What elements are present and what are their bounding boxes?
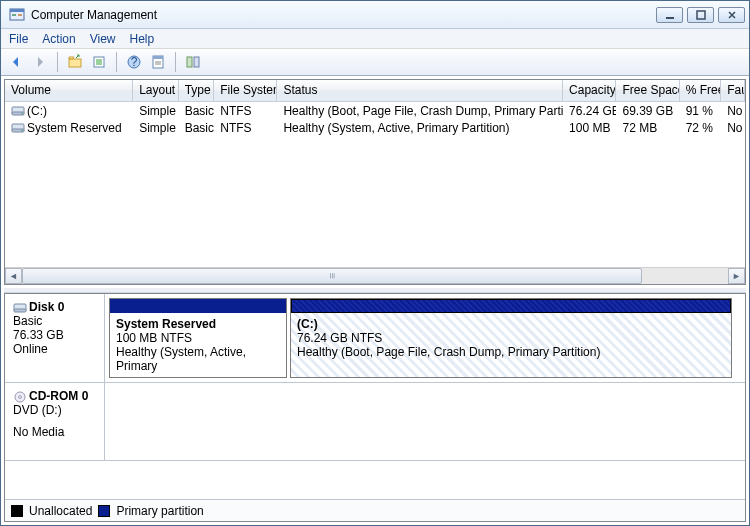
close-button[interactable] xyxy=(718,7,745,23)
svg-rect-11 xyxy=(153,56,163,59)
cell-status: Healthy (Boot, Page File, Crash Dump, Pr… xyxy=(277,104,563,118)
disk-state: No Media xyxy=(13,425,96,439)
legend-primary: Primary partition xyxy=(116,504,203,518)
volume-row[interactable]: System ReservedSimpleBasicNTFSHealthy (S… xyxy=(5,119,745,136)
scroll-thumb[interactable] xyxy=(22,268,642,284)
legend: Unallocated Primary partition xyxy=(5,499,745,521)
column-header-row: Volume Layout Type File System Status Ca… xyxy=(5,80,745,102)
partition[interactable]: (C:)76.24 GB NTFSHealthy (Boot, Page Fil… xyxy=(290,298,732,378)
partition[interactable]: System Reserved100 MB NTFSHealthy (Syste… xyxy=(109,298,287,378)
cell-type: Basic xyxy=(179,121,215,135)
partition-stripe xyxy=(291,299,731,313)
folder-up-icon[interactable] xyxy=(64,51,86,73)
cell-layout: Simple xyxy=(133,104,178,118)
svg-point-19 xyxy=(21,130,23,132)
help-icon[interactable]: ? xyxy=(123,51,145,73)
partition-title: (C:) xyxy=(297,317,725,331)
disk-state: Online xyxy=(13,342,96,356)
maximize-button[interactable] xyxy=(687,7,714,23)
disk-partitions xyxy=(105,383,745,460)
volume-row[interactable]: (C:)SimpleBasicNTFSHealthy (Boot, Page F… xyxy=(5,102,745,119)
col-free[interactable]: Free Space xyxy=(616,80,679,101)
disk-row: CD-ROM 0DVD (D:)No Media xyxy=(5,383,745,461)
legend-unallocated: Unallocated xyxy=(29,504,92,518)
horizontal-scrollbar[interactable]: ◄ ► xyxy=(5,267,745,284)
svg-rect-2 xyxy=(12,14,16,16)
disk-info-panel[interactable]: CD-ROM 0DVD (D:)No Media xyxy=(5,383,105,460)
partition-body: (C:)76.24 GB NTFSHealthy (Boot, Page Fil… xyxy=(291,313,731,377)
col-capacity[interactable]: Capacity xyxy=(563,80,616,101)
cd-icon xyxy=(13,391,27,403)
cell-capacity: 76.24 GB xyxy=(563,104,616,118)
svg-text:?: ? xyxy=(131,55,138,69)
back-button[interactable] xyxy=(5,51,27,73)
svg-rect-4 xyxy=(666,17,674,19)
partition-size: 76.24 GB NTFS xyxy=(297,331,382,345)
menu-file[interactable]: File xyxy=(9,32,28,46)
col-type[interactable]: Type xyxy=(179,80,215,101)
col-status[interactable]: Status xyxy=(277,80,563,101)
cell-layout: Simple xyxy=(133,121,178,135)
svg-rect-3 xyxy=(18,14,22,16)
cell-volume: (C:) xyxy=(5,104,133,118)
cell-free: 72 MB xyxy=(616,121,679,135)
col-volume[interactable]: Volume xyxy=(5,80,133,101)
cell-volume: System Reserved xyxy=(5,121,133,135)
svg-rect-5 xyxy=(697,11,705,19)
legend-swatch-unallocated xyxy=(11,505,23,517)
refresh-button[interactable] xyxy=(88,51,110,73)
cell-status: Healthy (System, Active, Primary Partiti… xyxy=(277,121,563,135)
col-fs[interactable]: File System xyxy=(214,80,277,101)
disk-type: DVD (D:) xyxy=(13,403,96,417)
cell-capacity: 100 MB xyxy=(563,121,616,135)
svg-point-16 xyxy=(21,113,23,115)
cell-fault: No xyxy=(721,121,745,135)
disk-name: Disk 0 xyxy=(29,300,64,314)
partition-stripe xyxy=(110,299,286,313)
menu-view[interactable]: View xyxy=(90,32,116,46)
content-area: Volume Layout Type File System Status Ca… xyxy=(1,76,749,525)
partition-status: Healthy (System, Active, Primary xyxy=(116,345,246,373)
menu-bar: File Action View Help xyxy=(1,29,749,49)
window-title: Computer Management xyxy=(31,8,656,22)
partition-body: System Reserved100 MB NTFSHealthy (Syste… xyxy=(110,313,286,377)
properties-icon[interactable] xyxy=(147,51,169,73)
svg-rect-6 xyxy=(69,59,81,67)
scroll-right-arrow[interactable]: ► xyxy=(728,268,745,284)
disk-name: CD-ROM 0 xyxy=(29,389,88,403)
cell-free: 69.39 GB xyxy=(616,104,679,118)
svg-point-23 xyxy=(19,395,22,398)
col-fault[interactable]: Fau xyxy=(721,80,745,101)
drive-icon xyxy=(11,105,25,117)
drive-icon xyxy=(11,122,25,134)
cell-type: Basic xyxy=(179,104,215,118)
partition-title: System Reserved xyxy=(116,317,280,331)
disk-icon xyxy=(13,302,27,314)
svg-rect-21 xyxy=(14,309,26,312)
toolbar: ? xyxy=(1,49,749,76)
options-icon[interactable] xyxy=(182,51,204,73)
cell-fault: No xyxy=(721,104,745,118)
title-bar: Computer Management xyxy=(1,1,749,29)
legend-swatch-primary xyxy=(98,505,110,517)
minimize-button[interactable] xyxy=(656,7,683,23)
svg-rect-1 xyxy=(10,9,24,12)
app-icon xyxy=(9,7,25,23)
col-layout[interactable]: Layout xyxy=(133,80,178,101)
cell-fs: NTFS xyxy=(214,104,277,118)
cell-fs: NTFS xyxy=(214,121,277,135)
forward-button[interactable] xyxy=(29,51,51,73)
partition-size: 100 MB NTFS xyxy=(116,331,192,345)
partition-status: Healthy (Boot, Page File, Crash Dump, Pr… xyxy=(297,345,600,359)
disk-size: 76.33 GB xyxy=(13,328,96,342)
disk-graphical-view: Disk 0Basic76.33 GBOnlineSystem Reserved… xyxy=(4,293,746,522)
cell-pfree: 72 % xyxy=(680,121,722,135)
menu-help[interactable]: Help xyxy=(130,32,155,46)
col-pfree[interactable]: % Free xyxy=(680,80,722,101)
scroll-left-arrow[interactable]: ◄ xyxy=(5,268,22,284)
menu-action[interactable]: Action xyxy=(42,32,75,46)
volume-list: Volume Layout Type File System Status Ca… xyxy=(4,79,746,285)
disk-row: Disk 0Basic76.33 GBOnlineSystem Reserved… xyxy=(5,294,745,383)
disk-info-panel[interactable]: Disk 0Basic76.33 GBOnline xyxy=(5,294,105,382)
disk-type: Basic xyxy=(13,314,96,328)
